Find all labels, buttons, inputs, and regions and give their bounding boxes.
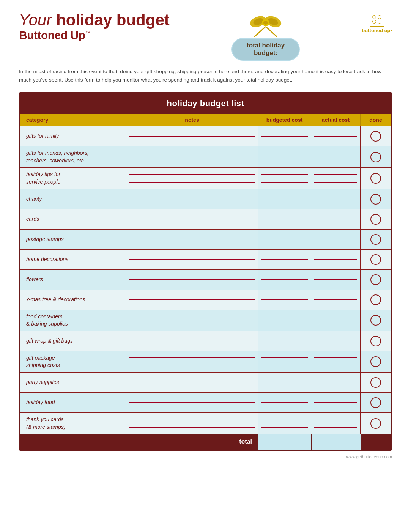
actual-cost-cell[interactable] — [311, 373, 361, 392]
actual-cost-cell[interactable] — [311, 189, 361, 209]
notes-cell[interactable] — [126, 250, 258, 269]
done-cell[interactable] — [361, 310, 391, 331]
total-actual-cost[interactable] — [311, 434, 361, 450]
intro-description: In the midst of racing from this event t… — [19, 68, 383, 84]
notes-cell[interactable] — [126, 331, 258, 351]
done-cell[interactable] — [361, 250, 391, 269]
actual-cost-cell[interactable] — [311, 393, 361, 412]
table-row: gift wrap & gift bags — [20, 331, 391, 351]
done-cell[interactable] — [361, 168, 391, 189]
done-checkbox[interactable] — [370, 234, 381, 245]
category-cell: gifts for friends, neighbors,teachers, c… — [20, 146, 126, 167]
budgeted-cost-cell[interactable] — [258, 351, 311, 372]
column-headers: category notes budgeted cost actual cost… — [20, 114, 391, 126]
total-done — [361, 434, 391, 450]
actual-cost-cell[interactable] — [311, 168, 361, 189]
done-checkbox[interactable] — [370, 274, 381, 285]
notes-cell[interactable] — [126, 270, 258, 290]
done-cell[interactable] — [361, 351, 391, 372]
logo-line — [370, 26, 384, 27]
actual-cost-cell[interactable] — [311, 230, 361, 249]
total-budget-badge[interactable]: total holidaybudget: — [231, 38, 300, 61]
total-row: total — [20, 434, 391, 450]
done-cell[interactable] — [361, 126, 391, 146]
category-cell: gift packageshipping costs — [20, 351, 126, 372]
bow-icon — [249, 13, 283, 38]
notes-cell[interactable] — [126, 189, 258, 209]
notes-cell[interactable] — [126, 290, 258, 310]
done-checkbox[interactable] — [370, 173, 381, 184]
notes-cell[interactable] — [126, 351, 258, 372]
budgeted-cost-cell[interactable] — [258, 270, 311, 290]
done-checkbox[interactable] — [370, 418, 381, 429]
notes-cell[interactable] — [126, 126, 258, 146]
budgeted-cost-cell[interactable] — [258, 310, 311, 331]
notes-cell[interactable] — [126, 230, 258, 249]
budgeted-cost-cell[interactable] — [258, 250, 311, 269]
total-budgeted-cost[interactable] — [258, 434, 311, 450]
budgeted-cost-cell[interactable] — [258, 168, 311, 189]
footer-url: www.getbuttonedup.com — [346, 455, 392, 459]
done-cell[interactable] — [361, 270, 391, 290]
actual-cost-cell[interactable] — [311, 310, 361, 331]
done-checkbox[interactable] — [370, 131, 381, 142]
done-cell[interactable] — [361, 413, 391, 434]
done-cell[interactable] — [361, 230, 391, 249]
actual-cost-cell[interactable] — [311, 126, 361, 146]
budgeted-cost-cell[interactable] — [258, 209, 311, 229]
table-row: x-mas tree & decorations — [20, 290, 391, 310]
notes-cell[interactable] — [126, 310, 258, 331]
actual-cost-cell[interactable] — [311, 250, 361, 269]
budgeted-cost-cell[interactable] — [258, 331, 311, 351]
done-checkbox[interactable] — [370, 397, 381, 408]
budgeted-cost-cell[interactable] — [258, 189, 311, 209]
notes-cell[interactable] — [126, 373, 258, 392]
done-checkbox[interactable] — [370, 294, 381, 305]
notes-cell[interactable] — [126, 168, 258, 189]
col-header-actual: actual cost — [311, 114, 361, 126]
done-cell[interactable] — [361, 290, 391, 310]
done-checkbox[interactable] — [370, 152, 381, 162]
category-cell: thank you cards(& more stamps) — [20, 413, 126, 434]
notes-cell[interactable] — [126, 413, 258, 434]
budgeted-cost-cell[interactable] — [258, 230, 311, 249]
svg-point-7 — [263, 21, 268, 25]
done-checkbox[interactable] — [370, 377, 381, 388]
actual-cost-cell[interactable] — [311, 413, 361, 434]
done-cell[interactable] — [361, 146, 391, 167]
budgeted-cost-cell[interactable] — [258, 146, 311, 167]
done-cell[interactable] — [361, 393, 391, 412]
category-cell: cards — [20, 209, 126, 229]
category-cell: food containers& baking supplies — [20, 310, 126, 331]
done-cell[interactable] — [361, 189, 391, 209]
done-checkbox[interactable] — [370, 254, 381, 265]
done-checkbox[interactable] — [370, 194, 381, 205]
table-row: party supplies — [20, 372, 391, 392]
done-checkbox[interactable] — [370, 214, 381, 225]
actual-cost-cell[interactable] — [311, 270, 361, 290]
actual-cost-cell[interactable] — [311, 290, 361, 310]
done-cell[interactable] — [361, 331, 391, 351]
actual-cost-cell[interactable] — [311, 331, 361, 351]
done-checkbox[interactable] — [370, 356, 381, 367]
notes-cell[interactable] — [126, 146, 258, 167]
done-checkbox[interactable] — [370, 336, 381, 346]
logo-block: buttoned up• — [362, 15, 392, 33]
col-header-budgeted: budgeted cost — [258, 114, 311, 126]
budgeted-cost-cell[interactable] — [258, 373, 311, 392]
category-cell: postage stamps — [20, 230, 126, 249]
logo-dot — [378, 15, 381, 19]
budgeted-cost-cell[interactable] — [258, 393, 311, 412]
actual-cost-cell[interactable] — [311, 351, 361, 372]
notes-cell[interactable] — [126, 393, 258, 412]
budgeted-cost-cell[interactable] — [258, 290, 311, 310]
budgeted-cost-cell[interactable] — [258, 413, 311, 434]
budgeted-cost-cell[interactable] — [258, 126, 311, 146]
actual-cost-cell[interactable] — [311, 209, 361, 229]
table-row: flowers — [20, 269, 391, 290]
done-cell[interactable] — [361, 373, 391, 392]
done-checkbox[interactable] — [370, 315, 381, 326]
done-cell[interactable] — [361, 209, 391, 229]
notes-cell[interactable] — [126, 209, 258, 229]
actual-cost-cell[interactable] — [311, 146, 361, 167]
